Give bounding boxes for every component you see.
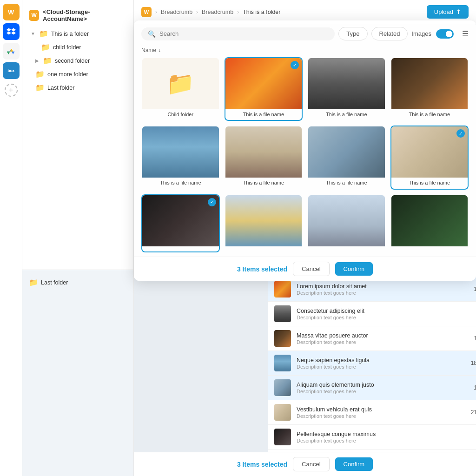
grid-item-file6[interactable]: This is a file name — [307, 126, 386, 189]
add-app-icon[interactable]: + — [5, 84, 18, 97]
list-item-size: 213.2 MB — [457, 409, 476, 416]
list-info: Pellentesque congue maximus Description … — [297, 431, 452, 443]
breadcrumb-sep-1: › — [155, 9, 157, 15]
sidebar-bottom-label: Last folder — [41, 279, 68, 286]
sidebar-folder-label: This is a folder — [51, 31, 89, 37]
list-item-desc: Description text goes here — [297, 413, 452, 419]
list-info: Massa vitae posuere auctor Description t… — [297, 332, 452, 345]
grid-item-label: This is a file name — [142, 178, 219, 188]
sidebar-one-more-label: one more folder — [47, 71, 88, 78]
toggle-row: Images ☰ — [411, 29, 469, 39]
related-filter-button[interactable]: Related — [371, 27, 408, 40]
grid-item-child-folder[interactable]: 📁 Child folder — [141, 57, 220, 121]
list-view-icon[interactable]: ☰ — [462, 29, 469, 38]
list-item-name: Aliquam quis elementum justo — [297, 382, 452, 388]
list-info: Lorem ipsum dolor sit amet Description t… — [297, 283, 452, 296]
list-row-6[interactable]: Pellentesque congue maximus Description … — [268, 425, 476, 450]
sidebar: W <Cloud-Storage-AccountName> ▼ 📁 This i… — [22, 0, 134, 270]
file-thumbnail — [225, 195, 302, 246]
grid-item-file2[interactable]: This is a file name — [307, 57, 386, 121]
file-picker-modal: 🔍 Type Related Images ☰ Name ↓ 📁 Child f… — [134, 20, 476, 281]
list-confirm-button[interactable]: Confirm — [335, 457, 373, 471]
sidebar-bottom-last-folder[interactable]: 📁 Last folder — [22, 276, 133, 289]
list-item-size: 189.7 MB — [457, 360, 476, 366]
grid-item-file9[interactable] — [225, 194, 303, 252]
list-item-desc: Description text goes here — [297, 290, 452, 296]
file-thumbnail — [391, 58, 468, 109]
grid-item-label: Child folder — [142, 109, 219, 119]
list-thumbnail — [274, 330, 291, 347]
list-row-5[interactable]: Vestibulum vehicula erat quis Descriptio… — [268, 400, 476, 425]
list-item-name: Massa vitae posuere auctor — [297, 332, 452, 339]
grid-item-file1[interactable]: This is a file name ✓ — [225, 57, 303, 121]
breadcrumb-item-2[interactable]: Breadcrumb — [202, 9, 233, 15]
folder-icon-bottom-last: 📁 — [29, 278, 38, 287]
list-item-desc: Description text goes here — [297, 438, 452, 443]
sidebar-item-this-is-a-folder[interactable]: ▼ 📁 This is a folder — [26, 27, 133, 40]
grid-item-file10[interactable] — [307, 194, 386, 252]
search-input[interactable] — [159, 30, 328, 37]
grid-item-file5[interactable]: This is a file name — [225, 126, 303, 189]
grid-item-label — [142, 246, 219, 251]
breadcrumb-current: This is a folder — [243, 9, 280, 15]
dropbox-app-icon[interactable] — [3, 23, 20, 40]
file-thumbnail — [142, 195, 219, 246]
list-items-selected-label: Items selected — [243, 461, 288, 468]
file-thumbnail — [391, 195, 468, 246]
w-app-icon[interactable]: W — [3, 4, 20, 20]
list-info: Neque sapien egestas ligula Description … — [297, 357, 452, 370]
list-item-desc: Description text goes here — [297, 389, 452, 394]
list-row-3[interactable]: Neque sapien egestas ligula Description … — [268, 351, 476, 376]
list-thumbnail — [274, 281, 291, 298]
items-selected-label: Items selected — [243, 265, 288, 273]
search-icon: 🔍 — [148, 30, 156, 38]
grid-item-file8[interactable]: ✓ — [141, 194, 220, 252]
grid-item-file7[interactable]: This is a file name ✓ — [390, 126, 469, 189]
grid-item-label: This is a file name — [391, 178, 468, 188]
modal-bottom-bar: 3 Items selected Cancel Confirm — [134, 257, 476, 281]
list-item-name: Vestibulum vehicula erat quis — [297, 406, 452, 413]
images-toggle[interactable] — [436, 29, 454, 39]
folder-icon-last: 📁 — [35, 83, 45, 92]
grid-item-file4[interactable]: This is a file name — [141, 126, 220, 189]
list-row-2[interactable]: Massa vitae posuere auctor Description t… — [268, 326, 476, 351]
list-row-1[interactable]: Consectetur adipiscing elit Description … — [268, 302, 476, 326]
list-item-size: 16.9 MB — [457, 286, 476, 292]
upload-button[interactable]: Upload ⬆ — [427, 5, 469, 19]
breadcrumb-sep-2: › — [196, 9, 198, 15]
list-bottom-bar: 3 Items selected Cancel Confirm — [134, 452, 476, 476]
sidebar-item-last-folder[interactable]: 📁 Last folder — [26, 81, 133, 94]
folder-tree: ▼ 📁 This is a folder 📁 child folder ▶ 📁 … — [22, 27, 133, 94]
folder-icon: 📁 — [39, 29, 48, 38]
type-filter-button[interactable]: Type — [338, 27, 367, 40]
sort-row: Name ↓ — [134, 45, 476, 57]
breadcrumb-item-1[interactable]: Breadcrumb — [161, 9, 192, 15]
grid-item-label: This is a file name — [308, 109, 385, 119]
list-item-desc: Description text goes here — [297, 364, 452, 370]
gdrive-app-icon[interactable] — [3, 43, 20, 60]
sort-arrow-icon: ↓ — [158, 47, 161, 53]
search-box[interactable]: 🔍 — [141, 27, 335, 40]
sidebar-header: W <Cloud-Storage-AccountName> — [22, 6, 133, 27]
list-thumbnail — [274, 305, 291, 322]
list-cancel-button[interactable]: Cancel — [293, 457, 329, 471]
sidebar-item-one-more-folder[interactable]: 📁 one more folder — [26, 67, 133, 81]
folder-icon-child: 📁 — [41, 43, 50, 52]
modal-confirm-button[interactable]: Confirm — [335, 262, 373, 276]
modal-cancel-button[interactable]: Cancel — [293, 262, 329, 276]
list-info: Vestibulum vehicula erat quis Descriptio… — [297, 406, 452, 419]
sidebar-item-child-folder[interactable]: 📁 child folder — [26, 40, 133, 54]
list-row-4[interactable]: Aliquam quis elementum justo Description… — [268, 376, 476, 400]
sidebar-item-second-folder[interactable]: ▶ 📁 second folder — [26, 54, 133, 67]
box-app-icon[interactable]: box — [3, 62, 20, 79]
items-count: 3 — [237, 265, 241, 273]
file-thumbnail — [225, 126, 302, 178]
breadcrumb-sep-3: › — [237, 9, 239, 15]
list-item-name: Neque sapien egestas ligula — [297, 357, 452, 364]
grid-item-file3[interactable]: This is a file name — [390, 57, 469, 121]
folder-thumbnail: 📁 — [142, 58, 219, 109]
folder-icon-second: 📁 — [43, 56, 52, 65]
grid-item-file11[interactable] — [390, 194, 469, 252]
sort-label[interactable]: Name — [141, 47, 156, 53]
images-toggle-label: Images — [411, 30, 431, 37]
